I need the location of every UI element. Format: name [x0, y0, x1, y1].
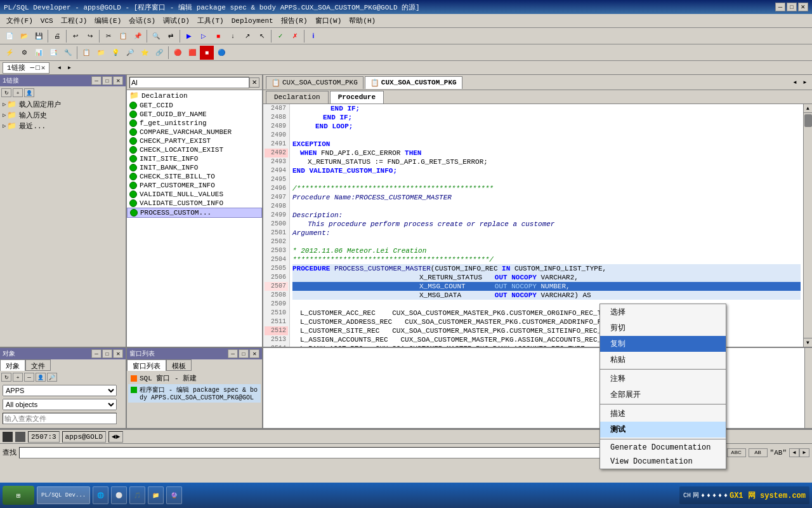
tb2-b6[interactable]: 📋 [79, 46, 93, 60]
ctx-expand-all[interactable]: 全部展开 [600, 387, 726, 403]
menu-edit[interactable]: 编辑(E) [91, 15, 125, 27]
func-item-part-customer[interactable]: PART_CUSTOMER_INFO [127, 181, 262, 190]
tb-replace[interactable]: ⇄ [164, 29, 178, 43]
tb-save[interactable]: 💾 [32, 29, 46, 43]
search-object-input[interactable] [3, 413, 117, 424]
menu-report[interactable]: 报告(R) [277, 15, 311, 27]
tab-template[interactable]: 模板 [166, 359, 192, 371]
search-nav-left[interactable]: ◄ [789, 448, 799, 457]
func-item-get-ouid[interactable]: GET_OUID_BY_NAME [127, 110, 262, 119]
func-item-validate-custom[interactable]: VALIDATE_CUSTOM_INFO [127, 199, 262, 208]
window-controls[interactable]: ─ □ ✕ [775, 3, 808, 11]
tb2-b11[interactable]: 🔗 [152, 46, 166, 60]
tb-stop[interactable]: ■ [211, 29, 225, 43]
tb-print[interactable]: 🖨 [50, 29, 64, 43]
tb-redo[interactable]: ↪ [83, 29, 97, 43]
func-item-validate-null[interactable]: VALIDATE_NULL_VALUES [127, 190, 262, 199]
left-close[interactable]: ✕ [113, 76, 123, 85]
tb-undo[interactable]: ↩ [69, 29, 82, 43]
conn-close[interactable]: ✕ [41, 64, 46, 72]
func-item-get-ccid[interactable]: GET_CCID [127, 101, 262, 110]
wl-minimize[interactable]: ─ [228, 349, 238, 358]
obj-tb3[interactable]: ─ [24, 373, 34, 382]
tb-copy[interactable]: 📋 [116, 29, 130, 43]
taskbar-media[interactable]: 🎵 [129, 486, 145, 504]
left-tb1[interactable]: ↻ [1, 88, 11, 97]
search-ab-btn[interactable]: AB [749, 448, 768, 457]
taskbar-ie[interactable]: 🌐 [93, 486, 108, 504]
tb2-b14[interactable]: ■ [200, 46, 214, 60]
start-button[interactable]: ⊞ [3, 486, 34, 505]
ctx-select[interactable]: 选择 [600, 304, 726, 320]
tb2-b7[interactable]: 📁 [94, 46, 108, 60]
search-input[interactable] [19, 447, 664, 458]
tb-commit[interactable]: ✓ [273, 29, 287, 43]
search-nav-right[interactable]: ► [799, 448, 809, 457]
tb2-b2[interactable]: ⚙ [17, 46, 31, 60]
left-restore[interactable]: □ [102, 76, 112, 85]
wl-restore[interactable]: □ [239, 349, 249, 358]
connection-tab[interactable]: 1链接 ─ □ ✕ [3, 62, 49, 74]
ctx-copy[interactable]: 复制 [600, 336, 726, 352]
tree-recent-objects[interactable]: ▷ 📁 最近对象 [0, 427, 126, 428]
tab-pkg-body[interactable]: 📋 CUX_SOA_CUSTOM_PKG [365, 76, 462, 89]
tb-info[interactable]: i [306, 29, 320, 43]
obj-tb4[interactable]: 👤 [36, 373, 46, 382]
obj-restore[interactable]: □ [102, 349, 112, 358]
taskbar-app[interactable]: 🔮 [166, 486, 182, 504]
ctx-paste[interactable]: 粘贴 [600, 352, 726, 368]
ctx-describe[interactable]: 描述 [600, 406, 726, 422]
ctx-cut[interactable]: 剪切 [600, 320, 726, 336]
taskbar-plsql[interactable]: PL/SQL Dev... [37, 486, 90, 504]
menu-session[interactable]: 会话(S) [125, 15, 159, 27]
menu-vcs[interactable]: VCS [37, 16, 57, 26]
code-nav-left[interactable]: ◄ [790, 76, 799, 90]
scroll-up-btn[interactable]: ▲ [804, 104, 812, 113]
tb-cut[interactable]: ✂ [102, 29, 115, 43]
menu-tools[interactable]: 工具(T) [193, 15, 228, 27]
tb-step[interactable]: ↓ [226, 29, 240, 43]
scroll-track[interactable] [804, 113, 812, 338]
obj-tb1[interactable]: ↻ [1, 373, 11, 382]
minimize-button[interactable]: ─ [775, 3, 785, 11]
apps-dropdown[interactable]: APPS [3, 385, 117, 396]
tb2-b13[interactable]: 🟥 [185, 46, 199, 60]
tab-declaration[interactable]: Declaration [266, 91, 329, 104]
tb2-b10[interactable]: ⭐ [138, 46, 152, 60]
conn-minimize[interactable]: ─ [30, 64, 35, 72]
taskbar-chrome[interactable]: ⚪ [111, 486, 127, 504]
func-item-check-location[interactable]: CHECK_LOCATION_EXIST [127, 145, 262, 154]
wl-close[interactable]: ✕ [249, 349, 259, 358]
tab-procedure[interactable]: Procedure [330, 91, 384, 104]
scroll-thumb[interactable] [804, 114, 812, 127]
conn-left[interactable]: ◄ [55, 64, 63, 72]
all-objects-dropdown[interactable]: All objects [3, 399, 117, 410]
tb2-b8[interactable]: 💡 [108, 46, 122, 60]
tree-item-users[interactable]: ▷ 📁 载入固定用户 [0, 99, 126, 110]
tree-item-history[interactable]: ▷ 📁 输入历史 [0, 110, 126, 121]
tb-search[interactable]: 🔍 [149, 29, 163, 43]
func-item-check-site-bill[interactable]: CHECK_SITE_BILL_TO [127, 172, 262, 181]
func-item-check-party[interactable]: CHECK_PARTY_EXIST [127, 137, 262, 145]
tb2-b3[interactable]: 📊 [32, 46, 46, 60]
search-abc-btn[interactable]: ABC [727, 448, 746, 457]
ctx-gen-doc[interactable]: Generate Documentation [600, 441, 726, 455]
menu-window[interactable]: 窗口(W) [311, 15, 346, 27]
wl-item-prog[interactable]: 程序窗口 - 编辑 package spec & body APPS.CUX_S… [128, 384, 261, 403]
tab-pkg-spec[interactable]: 📋 CUX_SOA_CUSTOM_PKG [266, 76, 363, 89]
tb2-b1[interactable]: ⚡ [3, 46, 16, 60]
wl-item-sql[interactable]: SQL 窗口 - 新建 [128, 372, 261, 384]
scroll-down-btn[interactable]: ▼ [804, 338, 812, 347]
left-tb2[interactable]: + [13, 88, 23, 97]
func-item-init-site[interactable]: INIT_SITE_INFO [127, 154, 262, 163]
tb-paste[interactable]: 📌 [131, 29, 145, 43]
conn-restore[interactable]: □ [36, 64, 40, 72]
tb2-b15[interactable]: 🔵 [214, 46, 228, 60]
tb2-b5[interactable]: 🔧 [61, 46, 75, 60]
obj-tb5[interactable]: 🔎 [47, 373, 57, 382]
left-minimize[interactable]: ─ [91, 76, 102, 85]
tb2-b9[interactable]: 🔎 [123, 46, 137, 60]
menu-file[interactable]: 文件(F) [3, 15, 37, 27]
func-declaration-folder[interactable]: 📁 Declaration [127, 90, 262, 101]
tb-open[interactable]: 📂 [17, 29, 31, 43]
